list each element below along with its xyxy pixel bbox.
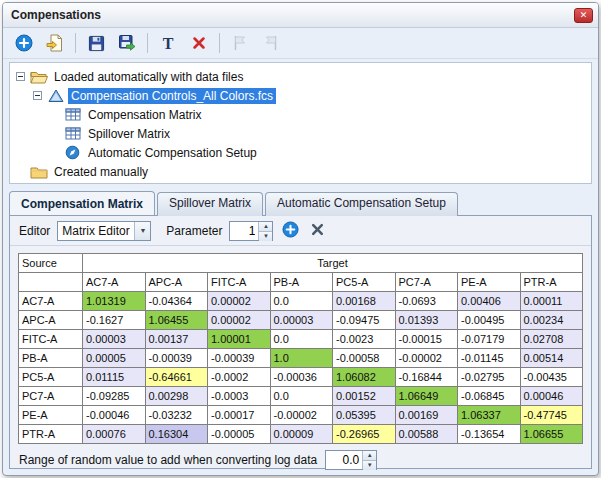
log-range-stepper[interactable]: ▲ ▼ [325, 450, 377, 470]
matrix-cell[interactable]: -0.64661 [145, 368, 208, 387]
matrix-cell[interactable]: 1.06082 [333, 368, 396, 387]
matrix-cell[interactable]: -0.00039 [145, 349, 208, 368]
matrix-cell[interactable]: 1.06655 [520, 425, 583, 444]
matrix-cell[interactable]: 0.00003 [270, 311, 333, 330]
matrix-cell[interactable]: -0.26965 [333, 425, 396, 444]
matrix-cell[interactable]: -0.00015 [395, 330, 458, 349]
save-as-button[interactable] [116, 32, 138, 54]
spinner-up-icon[interactable]: ▲ [363, 451, 376, 460]
matrix-cell[interactable]: 0.00514 [520, 349, 583, 368]
matrix-cell[interactable]: -0.16844 [395, 368, 458, 387]
matrix-cell[interactable]: 0.00152 [333, 387, 396, 406]
matrix-cell[interactable]: -0.00495 [458, 311, 521, 330]
matrix-cell[interactable]: 0.00009 [270, 425, 333, 444]
tree-item[interactable]: Compensation Controls_All Colors.fcs [12, 86, 589, 105]
matrix-cell[interactable]: -0.00002 [395, 349, 458, 368]
matrix-cell[interactable]: 0.00168 [333, 292, 396, 311]
matrix-cell[interactable]: 0.00588 [395, 425, 458, 444]
matrix-cell[interactable]: 0.02708 [520, 330, 583, 349]
matrix-cell[interactable]: -0.13654 [458, 425, 521, 444]
matrix-cell[interactable]: 0.00406 [458, 292, 521, 311]
matrix-cell[interactable]: 0.01115 [83, 368, 146, 387]
tree-item-label[interactable]: Automatic Compensation Setup [85, 145, 260, 161]
matrix-cell[interactable]: 0.00002 [208, 292, 271, 311]
matrix-cell[interactable]: -0.0002 [208, 368, 271, 387]
matrix-cell[interactable]: 0.0 [270, 292, 333, 311]
tree-item-label[interactable]: Compensation Controls_All Colors.fcs [68, 88, 276, 104]
matrix-cell[interactable]: -0.00002 [270, 406, 333, 425]
flag-left-button[interactable] [229, 32, 251, 54]
editor-select[interactable]: Matrix Editor ▼ [57, 221, 151, 241]
tree-item[interactable]: Automatic Compensation Setup [12, 143, 589, 162]
matrix-cell[interactable]: -0.0023 [333, 330, 396, 349]
matrix-cell[interactable]: 0.00005 [83, 349, 146, 368]
parameter-input[interactable] [230, 222, 258, 240]
matrix-cell[interactable]: 0.00169 [395, 406, 458, 425]
matrix-cell[interactable]: 1.06337 [458, 406, 521, 425]
matrix-cell[interactable]: -0.0693 [395, 292, 458, 311]
log-range-input[interactable] [326, 451, 362, 469]
matrix-cell[interactable]: 0.00046 [520, 387, 583, 406]
tree-item[interactable]: Loaded automatically with data files [12, 67, 589, 86]
add-parameter-button[interactable] [280, 221, 300, 241]
matrix-cell[interactable]: 0.00076 [83, 425, 146, 444]
delete-button[interactable] [188, 32, 210, 54]
matrix-cell[interactable]: 1.06455 [145, 311, 208, 330]
matrix-cell[interactable]: 0.0 [270, 387, 333, 406]
spinner-down-icon[interactable]: ▼ [259, 231, 272, 241]
matrix-cell[interactable]: -0.00017 [208, 406, 271, 425]
matrix-cell[interactable]: 1.0 [270, 349, 333, 368]
matrix-cell[interactable]: 0.05395 [333, 406, 396, 425]
tab-automatic-compensation-setup[interactable]: Automatic Compensation Setup [265, 192, 458, 216]
add-compensation-button[interactable] [13, 32, 35, 54]
matrix-cell[interactable]: -0.00039 [208, 349, 271, 368]
matrix-cell[interactable]: -0.01145 [458, 349, 521, 368]
spinner-up-icon[interactable]: ▲ [259, 222, 272, 231]
matrix-cell[interactable]: 0.00137 [145, 330, 208, 349]
matrix-cell[interactable]: 0.16304 [145, 425, 208, 444]
tree-item-label[interactable]: Compensation Matrix [85, 107, 204, 123]
matrix-cell[interactable]: 1.00001 [208, 330, 271, 349]
matrix-cell[interactable]: -0.07179 [458, 330, 521, 349]
matrix-cell[interactable]: 0.00234 [520, 311, 583, 330]
tree-collapse-icon[interactable] [16, 72, 25, 81]
tree-item[interactable]: Compensation Matrix [12, 105, 589, 124]
matrix-cell[interactable]: -0.00435 [520, 368, 583, 387]
rename-button[interactable]: T [157, 32, 179, 54]
matrix-cell[interactable]: 1.01319 [83, 292, 146, 311]
matrix-cell[interactable]: -0.03232 [145, 406, 208, 425]
tree-item[interactable]: Created manually [12, 162, 589, 181]
spinner-down-icon[interactable]: ▼ [363, 460, 376, 470]
matrix-cell[interactable]: -0.02795 [458, 368, 521, 387]
matrix-cell[interactable]: 0.00003 [83, 330, 146, 349]
matrix-cell[interactable]: -0.47745 [520, 406, 583, 425]
close-button[interactable]: ✕ [574, 8, 593, 23]
matrix-cell[interactable]: 0.00298 [145, 387, 208, 406]
matrix-cell[interactable]: -0.06845 [458, 387, 521, 406]
tree-item-label[interactable]: Loaded automatically with data files [51, 69, 246, 85]
parameter-stepper[interactable]: ▲ ▼ [229, 221, 273, 241]
tree-item-label[interactable]: Spillover Matrix [85, 126, 173, 142]
matrix-cell[interactable]: 1.06649 [395, 387, 458, 406]
tree-item-label[interactable]: Created manually [51, 164, 151, 180]
save-button[interactable] [85, 32, 107, 54]
tree-collapse-icon[interactable] [33, 91, 42, 100]
matrix-cell[interactable]: 0.00002 [208, 311, 271, 330]
remove-parameter-button[interactable] [307, 221, 327, 241]
chevron-down-icon[interactable]: ▼ [134, 222, 150, 240]
matrix-cell[interactable]: -0.09285 [83, 387, 146, 406]
matrix-cell[interactable]: -0.00058 [333, 349, 396, 368]
matrix-cell[interactable]: -0.00046 [83, 406, 146, 425]
tab-spillover-matrix[interactable]: Spillover Matrix [157, 192, 263, 216]
tree-item[interactable]: Spillover Matrix [12, 124, 589, 143]
matrix-cell[interactable]: -0.04364 [145, 292, 208, 311]
flag-right-button[interactable] [260, 32, 282, 54]
matrix-cell[interactable]: -0.00036 [270, 368, 333, 387]
title-bar[interactable]: Compensations ✕ [3, 3, 598, 28]
new-from-file-button[interactable] [44, 32, 66, 54]
matrix-cell[interactable]: 0.01393 [395, 311, 458, 330]
tab-compensation-matrix[interactable]: Compensation Matrix [9, 191, 155, 215]
matrix-cell[interactable]: 0.00011 [520, 292, 583, 311]
matrix-cell[interactable]: -0.1627 [83, 311, 146, 330]
matrix-cell[interactable]: 0.0 [270, 330, 333, 349]
